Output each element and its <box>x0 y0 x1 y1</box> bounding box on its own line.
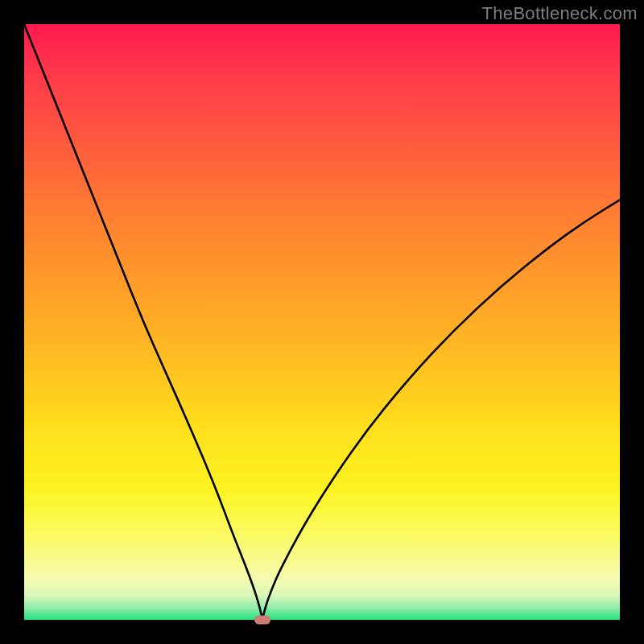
minimum-marker <box>254 616 270 625</box>
plot-area <box>24 24 620 620</box>
curve-svg <box>24 24 620 620</box>
bottleneck-curve <box>24 24 620 617</box>
watermark-text: TheBottleneck.com <box>482 3 638 24</box>
chart-frame: TheBottleneck.com <box>0 0 644 644</box>
